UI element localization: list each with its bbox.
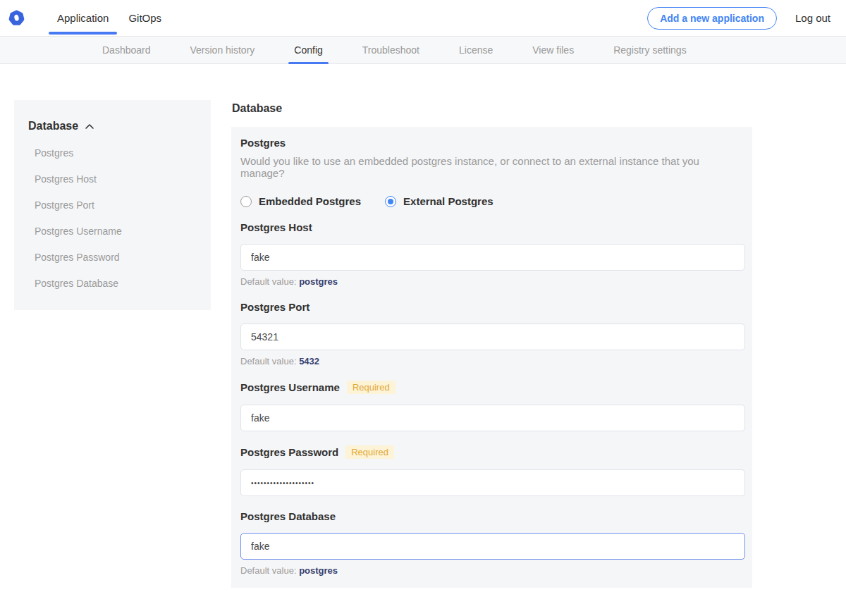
add-new-application-button[interactable]: Add a new application — [647, 7, 777, 30]
postgres-database-default-note: Default value: postgres — [240, 565, 744, 576]
default-value: 5432 — [299, 356, 319, 366]
radio-checked-icon — [385, 196, 396, 207]
tab-application-label: Application — [57, 12, 109, 24]
required-badge: Required — [347, 381, 396, 394]
required-badge: Required — [345, 445, 394, 459]
field-postgres-username-label-row: Postgres Username Required — [240, 381, 744, 394]
subnav-tab-config[interactable]: Config — [294, 37, 322, 63]
default-value: postgres — [299, 565, 338, 576]
postgres-group-label: Postgres — [240, 137, 744, 149]
content-area: Database Postgres Postgres Host Postgres… — [0, 64, 846, 616]
radio-embedded-postgres[interactable]: Embedded Postgres — [240, 195, 361, 207]
field-postgres-host-label: Postgres Host — [240, 221, 312, 233]
header-tabs: Application GitOps — [47, 0, 171, 36]
config-main: Database Postgres Would you like to use … — [231, 100, 752, 616]
logout-link[interactable]: Log out — [795, 12, 830, 24]
field-postgres-password-label-row: Postgres Password Required — [240, 445, 744, 459]
sidebar-item-postgres-host[interactable]: Postgres Host — [28, 173, 197, 185]
section-heading: Database — [232, 102, 752, 115]
config-sidebar: Database Postgres Postgres Host Postgres… — [14, 100, 211, 310]
field-postgres-port-label: Postgres Port — [240, 301, 309, 313]
app-header: Application GitOps Add a new application… — [0, 0, 846, 37]
postgres-port-default-note: Default value: 5432 — [240, 356, 744, 366]
radio-external-postgres[interactable]: External Postgres — [385, 195, 494, 207]
postgres-database-input[interactable] — [240, 533, 745, 560]
tab-gitops-label: GitOps — [128, 12, 161, 24]
chevron-up-icon — [85, 123, 94, 130]
sidebar-group-database[interactable]: Database — [28, 120, 197, 133]
postgres-help-text: Would you like to use an embedded postgr… — [240, 155, 744, 179]
sidebar-item-postgres-database[interactable]: Postgres Database — [28, 278, 197, 289]
default-prefix: Default value: — [240, 276, 297, 287]
field-postgres-password-label: Postgres Password — [240, 446, 338, 458]
sidebar-item-postgres[interactable]: Postgres — [28, 147, 197, 159]
postgres-radio-group: Embedded Postgres External Postgres — [240, 195, 744, 207]
radio-embedded-postgres-label: Embedded Postgres — [259, 195, 361, 207]
subnav-tab-view-files[interactable]: View files — [532, 37, 574, 63]
tab-application[interactable]: Application — [47, 0, 118, 36]
field-postgres-database-label: Postgres Database — [240, 510, 336, 522]
database-config-card: Postgres Would you like to use an embedd… — [231, 127, 752, 588]
subnav-tab-dashboard[interactable]: Dashboard — [102, 37, 151, 63]
postgres-host-default-note: Default value: postgres — [240, 276, 744, 287]
sidebar-item-postgres-password[interactable]: Postgres Password — [28, 252, 197, 263]
subnav-tab-troubleshoot[interactable]: Troubleshoot — [362, 37, 419, 63]
field-postgres-database-label-row: Postgres Database — [240, 510, 744, 522]
subnav-tab-version-history[interactable]: Version history — [190, 37, 255, 63]
default-prefix: Default value: — [240, 356, 297, 366]
subnav-tab-registry-settings[interactable]: Registry settings — [613, 37, 686, 63]
postgres-password-input[interactable] — [240, 469, 745, 496]
radio-external-postgres-label: External Postgres — [403, 195, 494, 207]
radio-unchecked-icon — [240, 196, 252, 207]
app-subnav: Dashboard Version history Config Trouble… — [0, 37, 846, 64]
subnav-tab-license[interactable]: License — [459, 37, 493, 63]
sidebar-item-postgres-port[interactable]: Postgres Port — [28, 199, 197, 211]
default-prefix: Default value: — [240, 565, 297, 576]
tab-gitops[interactable]: GitOps — [118, 0, 171, 36]
field-postgres-port-label-row: Postgres Port — [240, 301, 744, 313]
default-value: postgres — [299, 276, 338, 287]
kots-logo — [8, 10, 25, 26]
postgres-username-input[interactable] — [240, 405, 745, 431]
postgres-host-input[interactable] — [240, 244, 745, 271]
field-postgres-username-label: Postgres Username — [240, 381, 340, 393]
sidebar-group-database-label: Database — [28, 120, 78, 133]
sidebar-item-postgres-username[interactable]: Postgres Username — [28, 226, 197, 237]
postgres-port-input[interactable] — [240, 324, 745, 350]
field-postgres-host-label-row: Postgres Host — [240, 221, 744, 233]
